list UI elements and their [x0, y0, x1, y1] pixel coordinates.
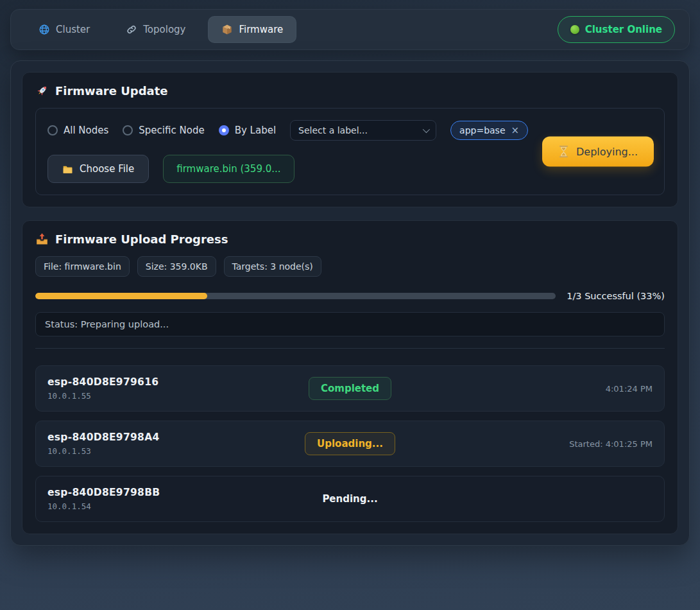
node-name: esp-840D8E979616 — [47, 376, 309, 388]
progress-label: 1/3 Successful (33%) — [567, 291, 665, 301]
selected-file-button[interactable]: firmware.bin (359.0... — [163, 155, 294, 183]
progress-bar — [35, 293, 556, 299]
file-row: Choose File firmware.bin (359.0... — [47, 155, 536, 183]
label-select-dropdown[interactable]: Select a label... — [290, 120, 436, 141]
tab-label: Topology — [143, 24, 185, 35]
node-identity: esp-840D8E979616 10.0.1.55 — [47, 376, 309, 401]
rocket-icon — [35, 84, 49, 98]
radio-label: By Label — [235, 125, 276, 136]
link-icon — [126, 24, 137, 35]
node-timestamp: 4:01:24 PM — [606, 384, 653, 394]
folder-icon — [62, 164, 73, 174]
node-identity: esp-840D8E9798A4 10.0.1.53 — [47, 431, 305, 456]
node-timestamp: Started: 4:01:25 PM — [569, 439, 653, 449]
choose-file-label: Choose File — [80, 163, 134, 175]
node-row: esp-840D8E9798BB 10.0.1.54 Pending... — [35, 476, 665, 522]
top-nav: Cluster Topology Firmware Cluster Online — [10, 9, 690, 50]
node-row: esp-840D8E9798A4 10.0.1.53 Uploading... … — [35, 421, 665, 467]
file-badge: File: firmware.bin — [35, 256, 130, 277]
cluster-status-badge: Cluster Online — [558, 16, 675, 43]
upload-tray-icon — [35, 232, 49, 246]
size-badge: Size: 359.0KB — [137, 256, 216, 277]
meta-badges: File: firmware.bin Size: 359.0KB Targets… — [35, 256, 665, 277]
package-icon — [221, 24, 233, 35]
cluster-status-label: Cluster Online — [585, 24, 662, 35]
radio-all-nodes[interactable]: All Nodes — [47, 125, 108, 136]
status-box: Status: Preparing upload... — [35, 312, 665, 336]
node-ip: 10.0.1.54 — [47, 501, 310, 511]
green-dot-icon — [570, 25, 579, 34]
status-text: Status: Preparing upload... — [45, 319, 169, 329]
node-ip: 10.0.1.53 — [47, 446, 305, 456]
node-status: Pending... — [310, 487, 389, 510]
remove-tag-icon[interactable]: × — [511, 126, 520, 135]
tab-firmware[interactable]: Firmware — [208, 16, 296, 43]
nav-tabs: Cluster Topology Firmware — [25, 16, 296, 43]
firmware-update-title: Firmware Update — [35, 84, 665, 98]
node-ip: 10.0.1.55 — [47, 391, 309, 401]
status-badge: Pending... — [310, 487, 389, 510]
tab-cluster[interactable]: Cluster — [25, 16, 103, 43]
radio-circle — [219, 125, 229, 135]
label-select-placeholder: Select a label... — [298, 125, 368, 135]
progress-fill — [35, 293, 207, 299]
tab-label: Firmware — [239, 24, 283, 35]
radio-specific-node[interactable]: Specific Node — [123, 125, 204, 136]
status-badge: Uploading... — [305, 432, 395, 455]
deploy-button[interactable]: Deploying... — [542, 137, 654, 167]
radio-by-label[interactable]: By Label — [219, 125, 276, 136]
radio-label: All Nodes — [64, 125, 108, 136]
upload-progress-panel: Firmware Upload Progress File: firmware.… — [22, 220, 678, 534]
node-identity: esp-840D8E9798BB 10.0.1.54 — [47, 487, 310, 511]
firmware-update-title-text: Firmware Update — [55, 84, 168, 98]
radio-label: Specific Node — [139, 125, 204, 136]
divider — [35, 348, 665, 349]
upload-progress-title-text: Firmware Upload Progress — [55, 232, 228, 246]
node-row: esp-840D8E979616 10.0.1.55 Completed 4:0… — [35, 365, 665, 412]
firmware-update-form: All Nodes Specific Node By Label Select … — [35, 108, 665, 195]
target-mode-row: All Nodes Specific Node By Label Select … — [47, 120, 536, 141]
selected-file-label: firmware.bin (359.0... — [176, 163, 280, 175]
label-tag: app=base × — [450, 121, 528, 140]
chevron-down-icon — [423, 126, 430, 133]
node-status: Completed — [309, 377, 391, 400]
status-badge: Completed — [309, 377, 391, 400]
nav-right: Cluster Online — [558, 16, 675, 43]
main-content: Firmware Update All Nodes Specific Node … — [10, 60, 690, 546]
upload-progress-title: Firmware Upload Progress — [35, 232, 665, 246]
node-list: esp-840D8E979616 10.0.1.55 Completed 4:0… — [35, 365, 665, 522]
label-tag-text: app=base — [459, 125, 505, 135]
globe-icon — [38, 24, 50, 35]
firmware-update-panel: Firmware Update All Nodes Specific Node … — [22, 72, 678, 207]
node-name: esp-840D8E9798BB — [47, 487, 310, 498]
node-name: esp-840D8E9798A4 — [47, 431, 305, 443]
tab-topology[interactable]: Topology — [112, 16, 199, 43]
progress-row: 1/3 Successful (33%) — [35, 291, 665, 301]
radio-circle — [123, 125, 133, 135]
tab-label: Cluster — [56, 24, 90, 35]
targets-badge: Targets: 3 node(s) — [224, 256, 321, 277]
deploy-button-label: Deploying... — [576, 146, 638, 158]
hourglass-icon — [558, 146, 569, 158]
node-status: Uploading... — [305, 432, 395, 455]
radio-circle — [47, 125, 58, 135]
choose-file-button[interactable]: Choose File — [47, 155, 149, 183]
